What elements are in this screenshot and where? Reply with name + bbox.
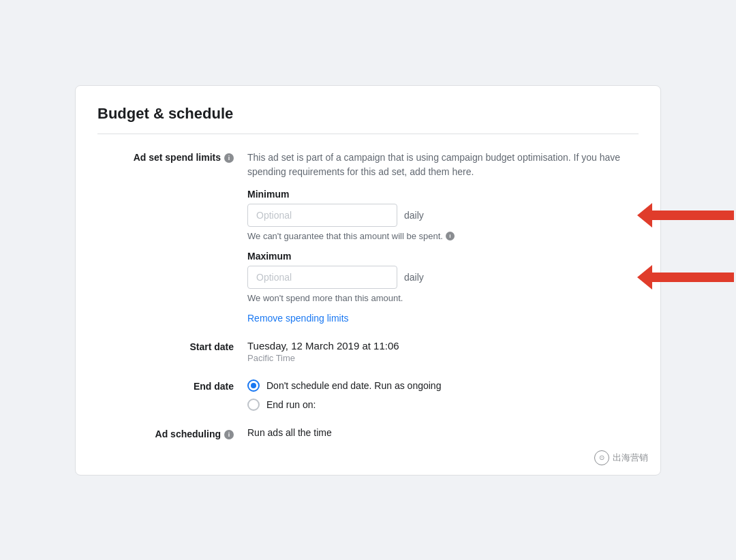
- end-date-ongoing-label: Don't schedule end date. Run as ongoing: [266, 380, 441, 391]
- ad-set-spend-limits-row: Ad set spend limits i This ad set is par…: [97, 151, 639, 324]
- minimum-label: Minimum: [247, 189, 639, 200]
- maximum-label: Maximum: [247, 251, 639, 262]
- ad-scheduling-label: Ad scheduling i: [97, 427, 247, 439]
- minimum-hint-info-icon[interactable]: i: [446, 232, 455, 240]
- watermark: ⊙ 出海营销: [594, 450, 648, 465]
- start-date-timezone: Pacific Time: [247, 353, 639, 363]
- minimum-hint: We can't guarantee that this amount will…: [247, 231, 639, 241]
- page-title: Budget & schedule: [97, 105, 639, 134]
- minimum-field-group: Minimum daily We can't guarantee that th…: [247, 189, 639, 241]
- end-date-radio-group: Don't schedule end date. Run as ongoing …: [247, 379, 639, 411]
- remove-spending-limits-link[interactable]: Remove spending limits: [247, 313, 349, 324]
- start-date-label: Start date: [97, 340, 247, 352]
- ad-scheduling-content: Run ads all the time: [247, 427, 639, 438]
- minimum-arrow-body: [652, 211, 734, 220]
- watermark-icon: ⊙: [594, 450, 609, 465]
- ad-scheduling-value: Run ads all the time: [247, 427, 332, 438]
- maximum-arrow-annotation: [652, 273, 734, 282]
- maximum-unit: daily: [404, 272, 424, 283]
- end-date-radio-ongoing[interactable]: [247, 379, 260, 392]
- maximum-arrow-body: [652, 273, 734, 282]
- maximum-hint: We won't spend more than this amount.: [247, 293, 639, 303]
- start-date-row: Start date Tuesday, 12 March 2019 at 11:…: [97, 340, 639, 363]
- ad-set-spend-limits-content: This ad set is part of a campaign that i…: [247, 151, 639, 324]
- end-date-option-ongoing[interactable]: Don't schedule end date. Run as ongoing: [247, 379, 639, 392]
- ad-set-spend-limits-label: Ad set spend limits i: [97, 151, 247, 163]
- minimum-input[interactable]: [247, 204, 397, 227]
- ad-scheduling-info-icon[interactable]: i: [224, 430, 234, 439]
- ad-scheduling-row: Ad scheduling i Run ads all the time: [97, 427, 639, 439]
- end-date-content: Don't schedule end date. Run as ongoing …: [247, 379, 639, 411]
- minimum-input-row: daily: [247, 204, 639, 227]
- end-date-row: End date Don't schedule end date. Run as…: [97, 379, 639, 411]
- maximum-field-group: Maximum daily We won't spend more than t…: [247, 251, 639, 303]
- end-date-end-run-label: End run on:: [266, 399, 316, 410]
- budget-schedule-card: Budget & schedule Ad set spend limits i …: [75, 85, 661, 476]
- maximum-input-row: daily: [247, 266, 639, 289]
- start-date-content: Tuesday, 12 March 2019 at 11:06 Pacific …: [247, 340, 639, 363]
- end-date-option-end-run[interactable]: End run on:: [247, 399, 639, 411]
- start-date-value: Tuesday, 12 March 2019 at 11:06: [247, 340, 639, 352]
- watermark-text: 出海营销: [613, 452, 648, 464]
- end-date-label: End date: [97, 379, 247, 392]
- spend-limits-description: This ad set is part of a campaign that i…: [247, 151, 639, 179]
- minimum-arrow-annotation: [652, 211, 734, 220]
- end-date-radio-end-run[interactable]: [247, 399, 260, 411]
- minimum-unit: daily: [404, 210, 424, 221]
- maximum-input[interactable]: [247, 266, 397, 289]
- ad-set-spend-limits-info-icon[interactable]: i: [224, 153, 234, 163]
